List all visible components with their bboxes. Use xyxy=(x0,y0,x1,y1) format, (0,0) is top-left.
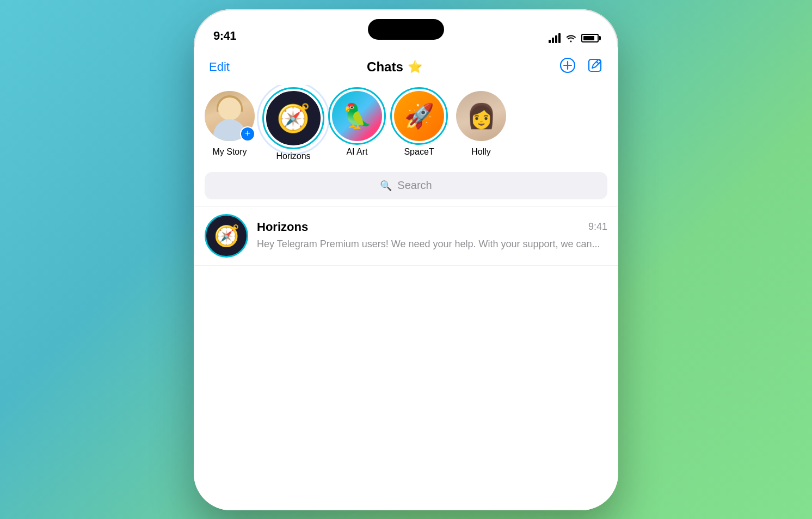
story-item-ai-art[interactable]: 🦜 AI Art xyxy=(330,89,384,161)
header-actions xyxy=(559,57,603,77)
holly-avatar: 👩 xyxy=(454,89,508,143)
story-item-my-story[interactable]: + My Story xyxy=(202,89,257,161)
signal-icon xyxy=(549,33,561,43)
story-item-horizons[interactable]: 🧭 Horizons xyxy=(264,89,322,161)
chat-item-horizons[interactable]: 🧭 Horizons 9:41 Hey Telegram Premium use… xyxy=(194,206,618,266)
story-label-my-story: My Story xyxy=(212,147,247,157)
star-icon: ⭐ xyxy=(408,60,422,74)
horizons-active-ring xyxy=(262,87,324,149)
stories-row: + My Story 🧭 Horizons xyxy=(194,85,618,170)
wifi-icon xyxy=(565,34,577,42)
svg-rect-3 xyxy=(589,59,601,71)
chats-header: Edit Chats ⭐ xyxy=(194,47,618,85)
edit-button[interactable]: Edit xyxy=(209,60,230,74)
story-item-holly[interactable]: 👩 Holly xyxy=(454,89,508,161)
spacet-ring xyxy=(390,87,448,145)
chat-avatar-horizons: 🧭 xyxy=(205,214,248,258)
ai-art-ring xyxy=(328,87,386,145)
status-icons xyxy=(549,33,599,43)
search-icon: 🔍 xyxy=(380,180,392,192)
search-bar[interactable]: 🔍 Search xyxy=(205,172,607,199)
status-time: 9:41 xyxy=(213,29,236,43)
story-item-spacet[interactable]: 🚀 SpaceT xyxy=(392,89,446,161)
story-label-ai-art: AI Art xyxy=(346,147,367,157)
battery-icon xyxy=(581,34,599,42)
phone-frame: 9:41 Edit Chats ⭐ xyxy=(194,9,618,510)
story-label-spacet: SpaceT xyxy=(404,147,434,157)
chat-time-horizons: 9:41 xyxy=(588,221,607,233)
app-content: Edit Chats ⭐ xyxy=(194,47,618,510)
chat-content-horizons: Horizons 9:41 Hey Telegram Premium users… xyxy=(257,220,607,251)
add-story-badge: + xyxy=(240,126,255,142)
chat-preview-horizons: Hey Telegram Premium users! We need your… xyxy=(257,237,607,251)
dynamic-island xyxy=(368,19,444,40)
chat-name-horizons: Horizons xyxy=(257,220,308,234)
add-story-button[interactable] xyxy=(559,57,576,77)
chat-list: 🧭 Horizons 9:41 Hey Telegram Premium use… xyxy=(194,206,618,266)
compose-button[interactable] xyxy=(587,57,603,77)
search-placeholder: Search xyxy=(397,179,432,192)
header-title-area: Chats ⭐ xyxy=(367,59,422,75)
story-label-holly: Holly xyxy=(471,147,491,157)
chats-title: Chats xyxy=(367,59,403,75)
